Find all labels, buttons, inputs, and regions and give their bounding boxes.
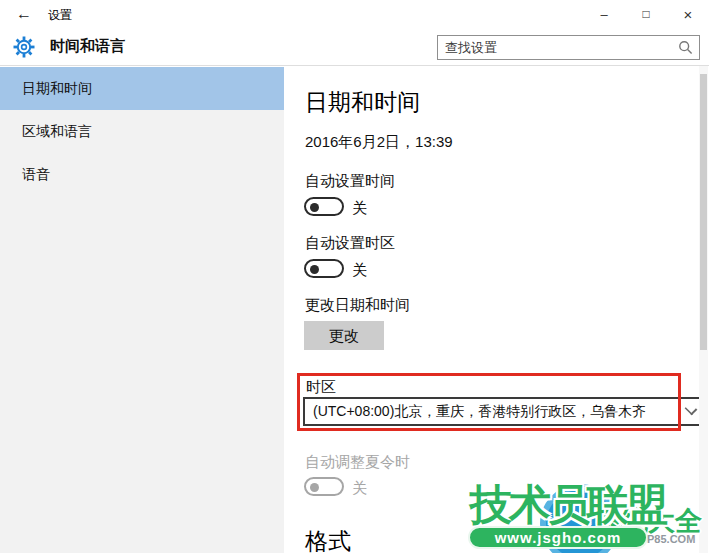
auto-timezone-toggle[interactable] <box>304 259 344 278</box>
auto-time-state: 关 <box>352 199 367 218</box>
timezone-label: 时区 <box>306 378 336 397</box>
sidebar-item-speech[interactable]: 语音 <box>0 153 284 196</box>
change-datetime-label: 更改日期和时间 <box>305 296 410 315</box>
minimize-button[interactable]: – <box>583 0 625 28</box>
settings-window: ← 设置 – □ × <box>0 0 709 553</box>
scrollbar-thumb[interactable] <box>700 74 707 350</box>
dst-label: 自动调整夏令时 <box>305 453 410 472</box>
dst-toggle <box>304 477 344 496</box>
change-button[interactable]: 更改 <box>304 321 384 350</box>
maximize-button[interactable]: □ <box>625 0 667 28</box>
gear-icon <box>12 35 36 63</box>
page-title: 时间和语言 <box>50 37 125 56</box>
close-button[interactable]: × <box>667 0 709 28</box>
current-datetime: 2016年6月2日，13:39 <box>305 133 453 152</box>
dst-state: 关 <box>352 479 367 498</box>
scrollbar[interactable] <box>699 66 708 553</box>
main-content: 日期和时间 2016年6月2日，13:39 自动设置时间 关 自动设置时区 关 … <box>284 67 709 553</box>
auto-timezone-state: 关 <box>352 261 367 280</box>
search-icon[interactable] <box>678 40 693 59</box>
toggle-knob <box>310 483 319 492</box>
window-title: 设置 <box>48 7 72 24</box>
sidebar-item-region-language[interactable]: 区域和语言 <box>0 110 284 153</box>
section-heading: 日期和时间 <box>305 87 420 118</box>
titlebar: ← 设置 – □ × <box>0 0 709 28</box>
sidebar-item-date-time[interactable]: 日期和时间 <box>0 67 284 110</box>
auto-time-label: 自动设置时间 <box>305 172 395 191</box>
header: 时间和语言 <box>0 28 709 66</box>
auto-timezone-label: 自动设置时区 <box>305 234 395 253</box>
toggle-knob <box>310 203 319 212</box>
sidebar: 日期和时间 区域和语言 语音 <box>0 67 284 553</box>
format-heading: 格式 <box>305 526 351 553</box>
auto-time-toggle[interactable] <box>304 197 344 216</box>
window-controls: – □ × <box>583 0 709 28</box>
timezone-select[interactable]: (UTC+08:00)北京，重庆，香港特别行政区，乌鲁木齐 <box>303 397 702 426</box>
toggle-knob <box>310 265 319 274</box>
back-button[interactable]: ← <box>12 3 36 25</box>
search-box <box>437 35 700 60</box>
search-input[interactable] <box>445 37 670 58</box>
